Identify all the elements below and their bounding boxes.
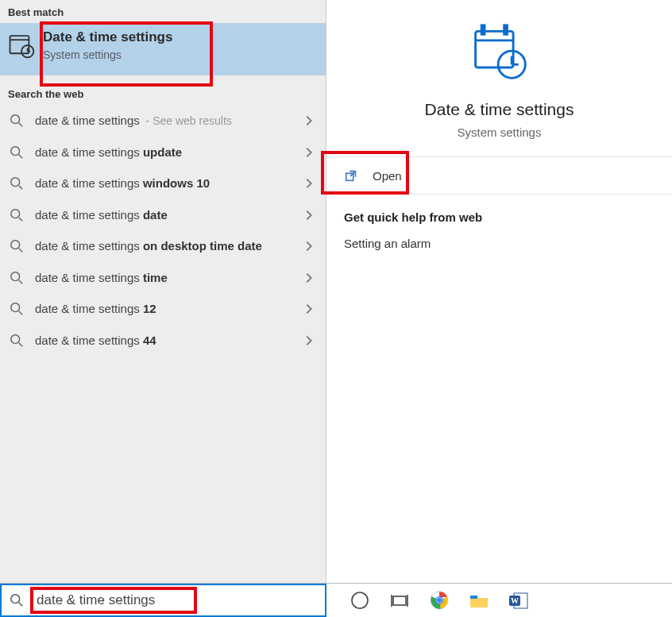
svg-point-38 xyxy=(437,598,442,603)
taskbar-tray: W xyxy=(326,584,672,617)
preview-title: Date & time settings xyxy=(334,100,664,119)
chevron-right-icon xyxy=(302,271,316,285)
web-result-label: date & time settings time xyxy=(35,270,302,286)
svg-point-29 xyxy=(11,595,20,604)
web-result-label: date & time settings 12 xyxy=(35,301,302,317)
svg-rect-39 xyxy=(470,596,477,599)
quick-help-header: Get quick help from web xyxy=(326,195,672,229)
web-result-label: date & time settings - See web results xyxy=(35,113,302,129)
svg-point-9 xyxy=(11,178,20,187)
svg-point-15 xyxy=(11,272,20,280)
svg-rect-23 xyxy=(481,25,485,34)
word-icon[interactable]: W xyxy=(508,589,530,611)
web-result-item[interactable]: date & time settings date xyxy=(0,199,326,231)
web-result-item[interactable]: date & time settings 44 xyxy=(0,325,326,357)
svg-line-8 xyxy=(19,154,23,158)
web-result-label: date & time settings on desktop time dat… xyxy=(35,238,302,254)
search-icon xyxy=(10,334,24,348)
svg-point-7 xyxy=(11,146,20,155)
svg-line-16 xyxy=(19,280,23,283)
calendar-clock-icon xyxy=(469,22,530,83)
preview-pane: Date & time settings System settings Ope… xyxy=(326,0,672,583)
web-result-label: date & time settings windows 10 xyxy=(35,175,302,191)
svg-rect-24 xyxy=(504,25,507,34)
svg-line-20 xyxy=(19,342,23,346)
search-icon xyxy=(10,302,24,316)
search-icon xyxy=(10,176,24,191)
best-match-header: Best match xyxy=(0,0,326,23)
web-result-label: date & time settings date xyxy=(35,207,302,223)
svg-rect-32 xyxy=(393,596,406,605)
open-label: Open xyxy=(373,169,402,183)
web-result-item[interactable]: date & time settings time xyxy=(0,262,326,294)
taskbar-search[interactable] xyxy=(0,584,326,617)
calendar-clock-icon xyxy=(8,32,35,59)
svg-line-18 xyxy=(19,311,23,315)
cortana-icon[interactable] xyxy=(349,589,371,611)
svg-line-14 xyxy=(19,249,23,253)
svg-point-31 xyxy=(352,592,368,608)
web-result-label: date & time settings update xyxy=(35,145,302,160)
taskbar: W xyxy=(0,583,672,617)
web-result-item[interactable]: date & time settings update xyxy=(0,137,326,168)
search-results-pane: Best match Date & time settings System s… xyxy=(0,0,326,583)
web-result-label: date & time settings 44 xyxy=(35,333,302,349)
search-icon xyxy=(10,593,24,607)
svg-rect-21 xyxy=(475,31,513,67)
best-match-subtitle: System settings xyxy=(43,48,172,61)
search-icon xyxy=(10,208,24,222)
search-icon xyxy=(10,239,24,253)
open-action[interactable]: Open xyxy=(326,157,672,194)
best-match-title: Date & time settings xyxy=(43,29,172,45)
web-result-item[interactable]: date & time settings 12 xyxy=(0,293,326,325)
svg-line-6 xyxy=(19,123,23,127)
chevron-right-icon xyxy=(302,176,316,191)
svg-line-30 xyxy=(19,603,23,607)
svg-point-13 xyxy=(11,241,20,249)
web-result-item[interactable]: date & time settings on desktop time dat… xyxy=(0,230,326,262)
svg-line-10 xyxy=(19,186,23,190)
svg-point-17 xyxy=(11,303,20,312)
web-result-item[interactable]: date & time settings - See web results xyxy=(0,105,326,137)
chevron-right-icon xyxy=(302,302,316,316)
preview-subtitle: System settings xyxy=(334,125,664,139)
search-input[interactable] xyxy=(30,587,197,614)
search-icon xyxy=(10,271,24,285)
svg-text:W: W xyxy=(511,596,519,605)
search-icon xyxy=(10,114,24,128)
best-match-result[interactable]: Date & time settings System settings xyxy=(0,23,326,75)
quick-help-link[interactable]: Setting an alarm xyxy=(326,229,672,258)
web-results-header: Search the web xyxy=(0,82,326,105)
open-external-icon xyxy=(344,168,358,183)
svg-line-12 xyxy=(19,217,23,221)
chevron-right-icon xyxy=(302,145,316,160)
svg-point-5 xyxy=(11,115,20,124)
search-icon xyxy=(10,145,24,160)
svg-rect-0 xyxy=(10,36,29,53)
chevron-right-icon xyxy=(302,208,316,222)
chevron-right-icon xyxy=(302,334,316,348)
chevron-right-icon xyxy=(302,239,316,253)
chrome-icon[interactable] xyxy=(428,589,450,611)
file-explorer-icon[interactable] xyxy=(468,589,490,611)
web-result-item[interactable]: date & time settings windows 10 xyxy=(0,168,326,199)
svg-point-11 xyxy=(11,209,20,218)
chevron-right-icon xyxy=(302,114,316,128)
taskview-icon[interactable] xyxy=(388,589,411,611)
svg-point-19 xyxy=(11,334,20,343)
